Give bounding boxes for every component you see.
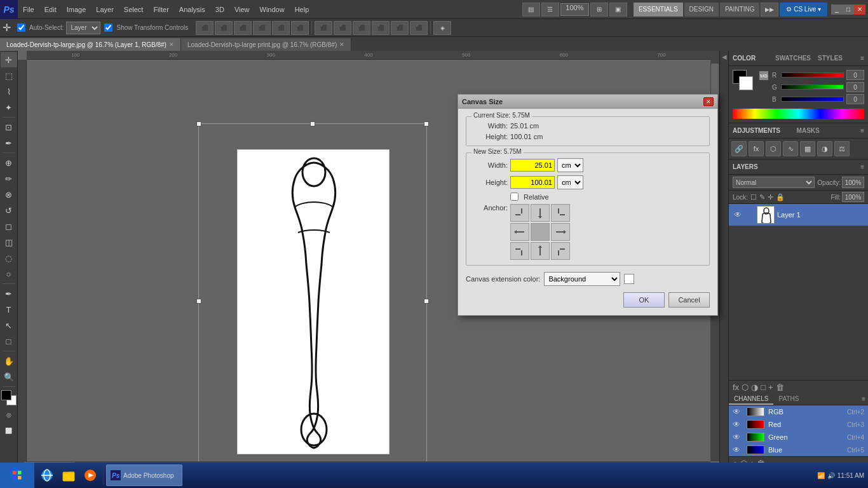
adj-levels-icon[interactable]: ▦: [800, 141, 815, 156]
dialog-ok-btn[interactable]: OK: [623, 292, 665, 308]
align-right-icon[interactable]: ⬛: [234, 21, 252, 35]
zoom-toggle-icon[interactable]: ⊞: [590, 3, 608, 17]
align-top-icon[interactable]: ⬛: [253, 21, 271, 35]
color-swatches[interactable]: [1, 390, 17, 405]
eraser-tool[interactable]: ◻: [1, 219, 17, 234]
auto-select-dropdown[interactable]: Layer Group: [66, 22, 100, 34]
cs-live-btn[interactable]: ⚙ CS Live ▾: [780, 3, 827, 17]
align-left-icon[interactable]: ⬛: [196, 21, 214, 35]
new-height-input[interactable]: [510, 176, 555, 189]
align-center-icon[interactable]: ⬛: [215, 21, 233, 35]
menu-help[interactable]: Help: [290, 0, 315, 18]
adj-hue-icon[interactable]: ◑: [817, 141, 832, 156]
show-transform-checkbox[interactable]: [104, 24, 112, 32]
handle-top-left[interactable]: [196, 121, 201, 126]
anchor-tc[interactable]: [531, 204, 550, 222]
channel-green[interactable]: 👁 Green Ctrl+4: [729, 431, 868, 444]
handle-mid-left[interactable]: [196, 299, 201, 304]
align-bottom-icon[interactable]: ⬛: [291, 21, 309, 35]
brush-tool[interactable]: ✏: [1, 171, 17, 186]
green-slider-track[interactable]: [781, 85, 844, 90]
adj-panel-header[interactable]: ADJUSTMENTS MASKS ≡: [729, 123, 868, 139]
right-collapse-btn[interactable]: ◀: [719, 51, 728, 470]
eyedropper-tool[interactable]: ✒: [1, 135, 17, 151]
tab-2-close[interactable]: ✕: [339, 41, 344, 48]
new-width-input[interactable]: [510, 159, 555, 172]
lock-all-icon[interactable]: 🔒: [776, 193, 785, 201]
layers-panel-menu-icon[interactable]: ≡: [860, 163, 864, 170]
adj-link-icon[interactable]: 🔗: [731, 141, 747, 156]
tab-2[interactable]: Loaded-Dervish-tp-large print.jpg @ 16.7…: [181, 38, 351, 51]
minimize-btn[interactable]: _: [831, 4, 843, 15]
height-unit-select[interactable]: cm px in: [557, 175, 583, 189]
screen-mode-icon[interactable]: ▣: [609, 3, 627, 17]
explorer-icon[interactable]: [58, 465, 79, 485]
distribute-center-icon[interactable]: ⬛: [334, 21, 351, 35]
background-color-swatch[interactable]: [739, 76, 753, 90]
align-middle-icon[interactable]: ⬛: [272, 21, 290, 35]
layers-mode-select[interactable]: Normal Multiply Screen: [733, 177, 815, 188]
blue-value-input[interactable]: [846, 94, 864, 104]
workspace-icon[interactable]: ☰: [541, 3, 559, 17]
add-style-icon[interactable]: fx: [733, 383, 739, 392]
close-btn[interactable]: ✕: [854, 4, 865, 15]
more-workspaces-icon[interactable]: ▶▶: [761, 3, 778, 17]
gradient-tool[interactable]: ◫: [1, 234, 17, 250]
channels-panel-menu-icon[interactable]: ≡: [859, 394, 868, 405]
channel-blue[interactable]: 👁 Blue Ctrl+5: [729, 444, 868, 456]
red-value-input[interactable]: [846, 70, 864, 80]
lasso-tool[interactable]: ⌇: [1, 84, 17, 99]
menu-analysis[interactable]: Analysis: [174, 0, 210, 18]
clone-tool[interactable]: ⊗: [1, 187, 17, 202]
menu-window[interactable]: Window: [255, 0, 290, 18]
anchor-bl[interactable]: [510, 242, 529, 260]
distribute-middle-icon[interactable]: ⬛: [391, 21, 409, 35]
anchor-ml[interactable]: [510, 223, 529, 241]
shape-tool[interactable]: □: [1, 334, 17, 349]
menu-layer[interactable]: Layer: [91, 0, 119, 18]
photoshop-taskbar-app[interactable]: Ps Adobe Photoshop: [106, 464, 182, 486]
start-button[interactable]: [0, 463, 34, 488]
anchor-br[interactable]: [551, 242, 570, 260]
distribute-right-icon[interactable]: ⬛: [353, 21, 370, 35]
fg-color-swatch[interactable]: [1, 390, 11, 400]
media-icon[interactable]: [80, 465, 100, 485]
dialog-cancel-btn[interactable]: Cancel: [668, 292, 710, 308]
add-mask-icon[interactable]: ⬡: [742, 383, 749, 392]
magic-wand-tool[interactable]: ✦: [1, 100, 17, 115]
anchor-mr[interactable]: [551, 223, 570, 241]
crop-tool[interactable]: ⊡: [1, 119, 17, 135]
green-value-input[interactable]: [846, 82, 864, 92]
history-brush-tool[interactable]: ↺: [1, 203, 17, 218]
lock-paint-icon[interactable]: ✎: [759, 193, 765, 201]
distribute-left-icon[interactable]: ⬛: [315, 21, 332, 35]
handle-top-right[interactable]: [424, 121, 429, 126]
dialog-close-btn[interactable]: ✕: [703, 97, 714, 106]
healing-tool[interactable]: ⊕: [1, 155, 17, 170]
menu-file[interactable]: File: [18, 0, 39, 18]
maximize-btn[interactable]: □: [843, 4, 854, 15]
color-panel-header[interactable]: COLOR SWATCHES STYLES ≡: [729, 51, 868, 66]
color-spectrum[interactable]: [733, 109, 864, 119]
auto-select-checkbox[interactable]: [17, 24, 25, 32]
paths-tab[interactable]: PATHS: [773, 394, 804, 405]
canvas-ext-color-select[interactable]: Background Foreground White Black Gray O…: [544, 272, 620, 286]
blur-tool[interactable]: ◌: [1, 250, 17, 266]
rgb-visibility-icon[interactable]: 👁: [733, 407, 743, 416]
zoom-input[interactable]: 100%: [560, 3, 589, 16]
relative-checkbox[interactable]: [510, 193, 519, 201]
anchor-tr[interactable]: [551, 204, 570, 222]
menu-edit[interactable]: Edit: [39, 0, 62, 18]
handle-top-center[interactable]: [310, 121, 315, 126]
lock-transparent-icon[interactable]: ☐: [750, 193, 757, 201]
handle-mid-right[interactable]: [424, 299, 429, 304]
marquee-tool[interactable]: ⬚: [1, 68, 17, 83]
color-panel-menu-icon[interactable]: ≡: [860, 55, 864, 62]
fill-input[interactable]: [842, 192, 864, 202]
pen-tool[interactable]: ✒: [1, 286, 17, 301]
tab-1[interactable]: Loaded-Dervish-tp-large.jpg @ 16.7% (Lay…: [0, 38, 181, 51]
type-tool[interactable]: T: [1, 302, 17, 317]
blue-visibility-icon[interactable]: 👁: [733, 445, 743, 454]
view-options-icon[interactable]: ▤: [522, 3, 540, 17]
adj-mask-icon[interactable]: ⬡: [766, 141, 781, 156]
